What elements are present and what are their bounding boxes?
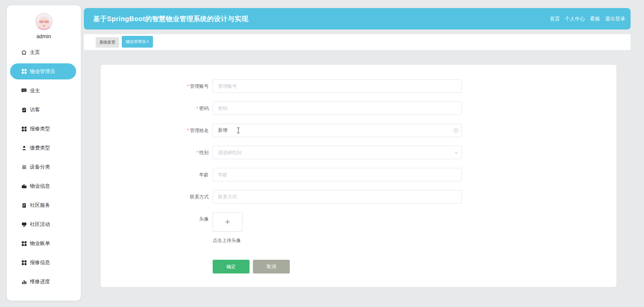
sidebar-item-payment-type[interactable]: 缴费类型 — [7, 138, 81, 158]
sidebar-item-owner[interactable]: 业主 — [7, 81, 81, 100]
plus-icon: + — [225, 218, 230, 227]
sidebar-item-repair-info[interactable]: 报修信息 — [7, 253, 81, 272]
field-label: 联系方式 — [101, 190, 209, 203]
sidebar-item-label: 访客 — [30, 107, 40, 113]
field-label: *管理姓名 — [101, 124, 209, 137]
sidebar-menu: 主页 物业管理员 业主 访客 报修类型 — [7, 43, 81, 291]
form-row-password: *密码 — [101, 102, 616, 115]
required-asterisk: * — [197, 106, 198, 111]
nav-logout[interactable]: 退出登录 — [605, 16, 625, 22]
sidebar-item-label: 社区服务 — [30, 202, 50, 208]
field-label: *管理账号 — [101, 79, 209, 93]
confirm-button[interactable]: 确定 — [213, 260, 250, 273]
sidebar-item-repair-type[interactable]: 报修类型 — [7, 119, 81, 138]
monitor-icon — [21, 222, 27, 227]
form-row-avatar: 头像 + — [101, 212, 616, 232]
sidebar-item-label: 业主 — [30, 87, 40, 94]
clear-input-icon[interactable] — [453, 124, 459, 137]
field-label: 年龄 — [101, 168, 209, 181]
field-label: *密码 — [101, 102, 209, 115]
field-label: *性别 — [101, 146, 209, 159]
form-row-contact: 联系方式 — [101, 190, 616, 203]
sidebar-item-community-activity[interactable]: 社区活动 — [7, 215, 81, 234]
sidebar-item-property-admin[interactable]: 物业管理员 — [10, 63, 76, 79]
tab-close-icon[interactable]: × — [147, 39, 149, 44]
form-row-account: *管理账号 — [101, 79, 616, 93]
sidebar-item-device-category[interactable]: 设备分类 — [7, 158, 81, 177]
chat-icon — [21, 88, 27, 94]
required-asterisk: * — [187, 83, 189, 89]
grid-icon — [21, 260, 27, 265]
sidebar-item-home[interactable]: 主页 — [7, 43, 81, 62]
grid-icon — [21, 69, 27, 74]
tab-label: 物业管理员 — [126, 39, 146, 44]
sidebar-item-label: 物业信息 — [30, 183, 50, 189]
nav-personal-center[interactable]: 个人中心 — [565, 16, 585, 22]
form-card: *管理账号 *密码 *管理姓名 *性别 请选择性别 — [101, 65, 616, 287]
chevron-down-icon — [454, 146, 459, 159]
sidebar-item-label: 物业管理员 — [30, 68, 55, 75]
home-icon — [21, 50, 27, 55]
header-nav: 首页 个人中心 看板 退出登录 — [550, 16, 625, 22]
sidebar-item-label: 主页 — [30, 49, 40, 56]
sidebar-item-property-info[interactable]: 物业信息 — [7, 177, 81, 196]
tab-property-admin[interactable]: 物业管理员× — [122, 36, 153, 48]
tab-bar: 系统首页 物业管理员× — [84, 34, 631, 50]
sidebar: admin 主页 物业管理员 业主 访客 — [7, 5, 81, 301]
page-title: 基于SpringBoot的智慧物业管理系统的设计与实现 — [93, 14, 248, 23]
cancel-button[interactable]: 取消 — [253, 260, 290, 273]
username: admin — [7, 34, 81, 40]
document-icon — [21, 202, 27, 208]
tab-system-home[interactable]: 系统首页 — [96, 37, 119, 48]
list-icon — [21, 164, 27, 170]
sidebar-item-label: 物业账单 — [30, 240, 50, 247]
sidebar-item-property-bill[interactable]: 物业账单 — [7, 234, 81, 253]
nav-home[interactable]: 首页 — [550, 16, 560, 22]
sidebar-item-label: 缴费类型 — [30, 145, 50, 151]
sidebar-item-label: 社区活动 — [30, 221, 50, 228]
required-asterisk: * — [197, 150, 198, 155]
briefcase-icon — [21, 183, 27, 189]
sidebar-item-label: 维修进度 — [30, 279, 50, 285]
grid-icon — [21, 126, 27, 132]
form-row-gender: *性别 请选择性别 — [101, 146, 616, 159]
sidebar-item-visitor[interactable]: 访客 — [7, 100, 81, 119]
form-actions: 确定 取消 — [213, 260, 616, 273]
user-icon — [21, 145, 27, 151]
contact-input[interactable] — [213, 190, 462, 203]
avatar-upload-button[interactable]: + — [213, 212, 243, 232]
text-cursor-icon — [237, 127, 240, 135]
required-asterisk: * — [187, 128, 189, 133]
nav-dashboard[interactable]: 看板 — [590, 16, 600, 22]
admin-name-input[interactable] — [213, 124, 462, 137]
avatar-wrap: admin — [7, 5, 81, 40]
sidebar-item-community-service[interactable]: 社区服务 — [7, 196, 81, 215]
form-row-age: 年龄 — [101, 168, 616, 181]
account-input[interactable] — [213, 79, 462, 93]
avatar[interactable] — [35, 13, 53, 30]
upload-hint: 点击上传头像 — [213, 238, 616, 244]
sidebar-item-repair-progress[interactable]: 维修进度 — [7, 272, 81, 291]
gender-select[interactable]: 请选择性别 — [213, 146, 462, 159]
tab-label: 系统首页 — [99, 40, 115, 45]
password-input[interactable] — [213, 102, 462, 115]
header: 基于SpringBoot的智慧物业管理系统的设计与实现 首页 个人中心 看板 退… — [84, 8, 631, 29]
clipboard-check-icon — [21, 107, 27, 113]
sidebar-item-label: 报修信息 — [30, 259, 50, 266]
grid-icon — [21, 241, 27, 246]
sidebar-item-label: 报修类型 — [30, 126, 50, 132]
form-row-admin-name: *管理姓名 — [101, 124, 616, 137]
age-input[interactable] — [213, 168, 462, 181]
bar-chart-icon — [21, 279, 27, 285]
field-label: 头像 — [101, 212, 209, 232]
sidebar-item-label: 设备分类 — [30, 164, 50, 170]
